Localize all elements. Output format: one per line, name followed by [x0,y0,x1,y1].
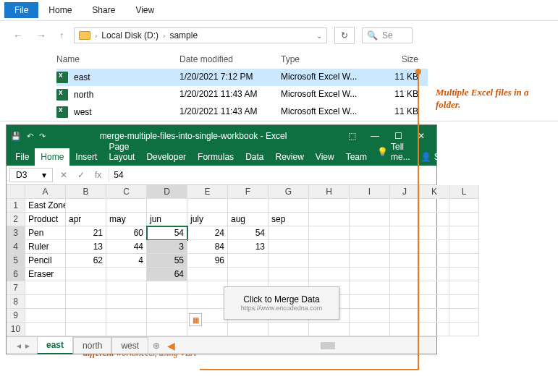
cell[interactable] [66,268,106,281]
cell[interactable] [390,281,420,295]
tab-review[interactable]: Review [269,148,309,166]
cell[interactable] [187,295,228,309]
cell[interactable] [187,281,228,295]
row-header[interactable]: 8 [7,295,25,309]
cell[interactable]: 55 [147,254,187,268]
col-header[interactable]: E [187,185,228,199]
cell[interactable]: 54 [228,226,269,240]
cell[interactable] [147,323,187,336]
cell[interactable] [228,323,269,336]
cell[interactable] [228,254,269,268]
col-header[interactable]: D [147,185,187,199]
cell[interactable] [390,268,420,281]
cell[interactable]: 13 [228,240,269,254]
cell[interactable]: Product [25,213,66,226]
cell[interactable] [309,213,350,226]
search-input[interactable]: 🔍 Se [362,27,413,43]
cell[interactable] [420,226,449,240]
row-header[interactable]: 4 [7,240,25,254]
cell[interactable] [147,295,187,309]
cell[interactable]: 3 [147,240,187,254]
cell[interactable] [309,323,350,336]
merge-data-button[interactable]: Click to Merge Data https://www.encodedn… [224,286,339,320]
cell[interactable] [25,295,66,309]
tell-me[interactable]: 💡Tell me... [373,138,415,166]
cell[interactable]: 54 [147,226,187,240]
up-icon[interactable]: ↑ [56,29,67,42]
tab-data[interactable]: Data [240,148,269,166]
tab-developer[interactable]: Developer [140,148,192,166]
cell[interactable] [66,295,106,309]
cell[interactable] [269,254,309,268]
cell[interactable]: sep [269,213,309,226]
cancel-icon[interactable]: ✕ [57,170,70,180]
cell[interactable] [269,199,309,213]
cell[interactable]: aug [228,213,269,226]
cell[interactable] [390,295,420,309]
cell[interactable] [420,295,449,309]
cell[interactable]: 44 [106,240,147,254]
cell[interactable] [147,309,187,323]
cell[interactable]: Pencil [25,254,66,268]
cell[interactable]: 60 [106,226,147,240]
cell[interactable] [390,323,420,336]
cell[interactable] [66,281,106,295]
row-header[interactable]: 2 [7,213,25,226]
cell[interactable] [390,254,420,268]
cell[interactable] [350,213,390,226]
cell[interactable]: apr [66,213,106,226]
account-icon[interactable]: ⬚ [341,128,363,144]
save-icon[interactable]: 💾 [11,132,21,141]
enter-icon[interactable]: ✓ [75,170,88,180]
cell[interactable] [420,240,449,254]
row-header[interactable]: 7 [7,281,25,295]
cell[interactable]: Pen [25,226,66,240]
col-header[interactable]: J [390,185,420,199]
cell[interactable] [228,268,269,281]
cell[interactable]: 62 [66,254,106,268]
cell[interactable] [269,240,309,254]
cell[interactable] [449,281,479,295]
undo-icon[interactable]: ↶ [27,132,33,141]
cell[interactable] [390,199,420,213]
cell[interactable] [420,268,449,281]
cell[interactable]: may [106,213,147,226]
cell[interactable] [350,281,390,295]
cell[interactable] [449,240,479,254]
col-header[interactable]: A [25,185,66,199]
cell[interactable] [269,268,309,281]
col-header[interactable]: B [66,185,106,199]
cell[interactable] [25,309,66,323]
col-size[interactable]: Size [382,54,418,64]
row-header[interactable]: 3 [7,226,25,240]
cell[interactable] [309,268,350,281]
chevron-down-icon[interactable]: ▾ [42,170,46,180]
fx-icon[interactable]: fx [92,170,104,180]
cell[interactable]: 84 [187,240,228,254]
cell[interactable] [147,281,187,295]
cell[interactable] [269,323,309,336]
next-sheet-icon[interactable]: ▸ [25,341,30,351]
explorer-menu-home[interactable]: Home [38,2,82,18]
cell[interactable] [106,309,147,323]
cell[interactable] [147,199,187,213]
file-row[interactable]: north 1/20/2021 11:43 AM Microsoft Excel… [56,86,428,103]
cell[interactable] [420,323,449,336]
cell[interactable] [449,309,479,323]
row-header[interactable]: 1 [7,199,25,213]
refresh-button[interactable]: ↻ [334,27,355,44]
cell[interactable] [187,199,228,213]
explorer-menu-share[interactable]: Share [82,2,125,18]
breadcrumb-drive[interactable]: Local Disk (D:) [101,30,158,41]
file-row[interactable]: west 1/20/2021 11:43 AM Microsoft Excel … [56,103,428,121]
back-icon[interactable]: ← [10,28,26,43]
row-header[interactable]: 9 [7,309,25,323]
cell[interactable] [350,254,390,268]
cell[interactable]: 21 [66,226,106,240]
cell[interactable] [350,323,390,336]
sheet-tab-west[interactable]: west [111,337,148,354]
cell[interactable]: Eraser [25,268,66,281]
sheet-tab-east[interactable]: east [37,336,73,354]
tab-view[interactable]: View [310,148,340,166]
cell[interactable]: 96 [187,254,228,268]
